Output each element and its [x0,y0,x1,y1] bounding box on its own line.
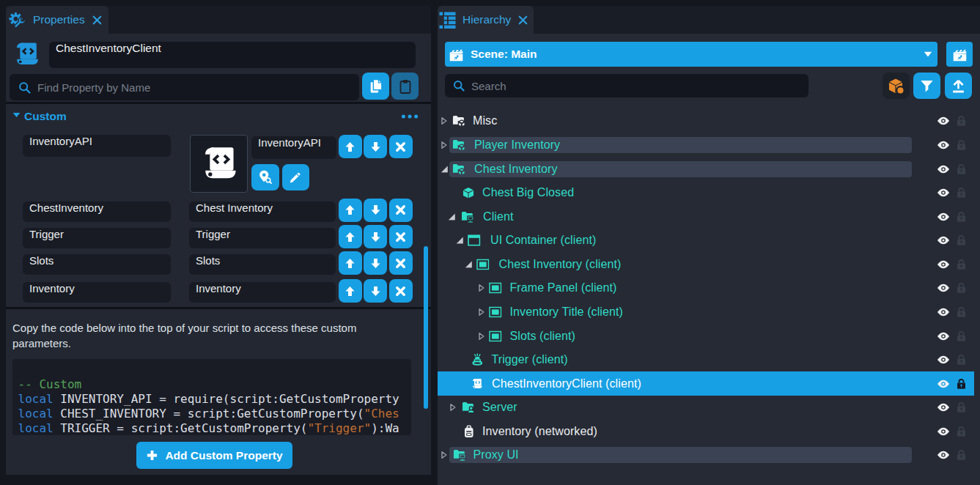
property-delete-button[interactable] [389,225,413,248]
tab-hierarchy[interactable]: Hierarchy [438,6,534,34]
visibility-eye-icon[interactable] [937,355,950,365]
section-menu-icon[interactable] [401,114,419,119]
visibility-eye-icon[interactable] [937,259,950,269]
property-delete-button[interactable] [389,279,413,303]
scene-manager-button[interactable] [946,42,973,67]
lock-icon[interactable] [957,330,966,341]
expand-arrow-icon[interactable] [441,141,447,149]
code-snippet-block[interactable]: -- Custom local INVENTORY_API = require(… [12,359,411,435]
property-value-field[interactable]: Chest Inventory [189,201,336,222]
property-delete-button[interactable] [389,199,413,222]
tree-row[interactable]: Inventory (networked) [438,419,980,443]
property-move-up-button[interactable] [339,279,362,303]
property-move-up-button[interactable] [339,199,362,222]
tree-row[interactable]: Chest Inventory (client) [438,252,980,276]
lock-icon[interactable] [957,211,966,222]
visibility-eye-icon[interactable] [937,451,950,460]
expand-arrow-icon[interactable] [479,308,485,316]
tab-properties[interactable]: Properties [6,6,108,34]
lock-icon[interactable] [957,355,966,366]
visibility-eye-icon[interactable] [937,164,950,174]
tree-row[interactable]: ChestInventoryClient (client) [438,371,980,396]
lock-icon[interactable] [957,283,966,294]
tree-row[interactable]: UI Container (client) [438,229,980,253]
tree-row[interactable]: Trigger (client) [438,348,980,372]
property-delete-button[interactable] [389,135,413,158]
find-asset-button[interactable] [251,164,279,190]
property-name-field[interactable]: Trigger [23,228,171,248]
visibility-eye-icon[interactable] [937,284,950,293]
properties-scrollbar[interactable] [424,246,428,409]
asset-value-field[interactable]: InventoryAPI [251,136,336,159]
visibility-eye-icon[interactable] [937,236,950,245]
property-value-field[interactable]: Inventory [189,282,336,303]
property-move-up-button[interactable] [339,135,362,158]
custom-section-header[interactable]: Custom [6,104,431,129]
property-move-down-button[interactable] [364,199,387,222]
visibility-eye-icon[interactable] [937,307,950,316]
property-search-input[interactable]: Find Property by Name [10,74,359,100]
property-delete-button[interactable] [389,251,413,275]
lock-icon[interactable] [957,450,966,461]
tree-row[interactable]: Chest Inventory [438,157,980,181]
add-custom-property-button[interactable]: Add Custom Property [136,442,292,469]
lock-icon[interactable] [957,402,966,413]
visibility-eye-icon[interactable] [937,403,950,412]
tree-row[interactable]: Frame Panel (client) [438,276,980,300]
property-move-up-button[interactable] [339,251,362,275]
tree-row[interactable]: Misc [438,109,980,133]
filter-button[interactable] [913,73,940,99]
lock-icon[interactable] [957,378,966,389]
tree-row[interactable]: Proxy UI [438,443,980,467]
property-move-down-button[interactable] [364,251,387,275]
visibility-eye-icon[interactable] [937,379,950,388]
lock-icon[interactable] [957,259,966,270]
expand-arrow-icon[interactable] [450,404,456,412]
tree-row[interactable]: Slots (client) [438,324,980,348]
tab-properties-close-icon[interactable] [92,15,102,25]
copy-properties-button[interactable] [362,73,389,100]
collapse-arrow-icon[interactable] [465,261,473,269]
expand-arrow-icon[interactable] [441,451,447,459]
tree-row[interactable]: Chest Big Closed [438,181,980,205]
tree-row[interactable]: Client [438,204,980,229]
lock-icon[interactable] [957,163,966,174]
collapse-arrow-icon[interactable] [441,165,449,173]
property-name-field[interactable]: Slots [23,254,171,275]
publish-button[interactable] [945,73,972,99]
asset-thumbnail[interactable] [190,135,248,193]
lock-icon[interactable] [957,139,966,150]
expand-arrow-icon[interactable] [441,117,447,125]
lock-icon[interactable] [957,306,966,317]
property-name-field[interactable]: InventoryAPI [23,135,171,157]
lock-icon[interactable] [957,188,966,199]
hierarchy-search-input[interactable]: Search [445,74,808,97]
default-assets-button[interactable] [883,73,910,99]
scene-dropdown[interactable]: Scene: Main [445,42,937,67]
lock-icon[interactable] [957,116,966,127]
visibility-eye-icon[interactable] [937,331,950,341]
property-name-field[interactable]: Inventory [23,282,171,303]
expand-arrow-icon[interactable] [479,284,485,292]
edit-asset-button[interactable] [282,164,309,190]
tree-row[interactable]: Inventory Title (client) [438,300,980,324]
paste-properties-button[interactable] [391,73,419,100]
lock-icon[interactable] [957,235,966,246]
lock-icon[interactable] [957,426,966,437]
tree-row[interactable]: Server [438,396,980,420]
property-value-field[interactable]: Slots [189,254,336,275]
property-move-down-button[interactable] [364,135,387,158]
property-move-down-button[interactable] [364,279,387,303]
expand-arrow-icon[interactable] [479,332,485,340]
visibility-eye-icon[interactable] [937,116,950,126]
property-value-field[interactable]: Trigger [189,228,336,248]
visibility-eye-icon[interactable] [937,426,950,436]
property-name-field[interactable]: ChestInventory [23,201,171,222]
tree-row[interactable]: Player Inventory [438,133,980,157]
collapse-arrow-icon[interactable] [456,237,464,245]
visibility-eye-icon[interactable] [937,140,950,149]
script-name-field[interactable]: ChestInventoryClient [49,42,416,68]
visibility-eye-icon[interactable] [937,188,950,198]
property-move-up-button[interactable] [339,225,362,248]
property-move-down-button[interactable] [364,225,387,248]
